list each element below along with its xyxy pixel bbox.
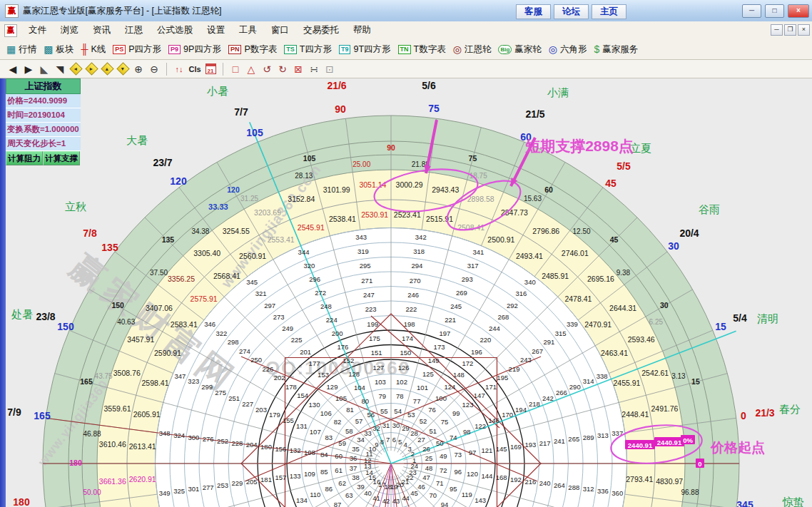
step-down-icon[interactable]: ▾ (116, 62, 130, 76)
toolbar-button[interactable]: PNP数字表 (226, 42, 282, 57)
wheel-number: 340 (524, 278, 536, 286)
rotate-left-tri-icon[interactable]: ◣ (37, 62, 51, 76)
menu-item[interactable]: 窗口 (264, 22, 296, 39)
rotate-right-tri-icon[interactable]: ◥ (53, 62, 67, 76)
toolbar-button-label: 赢家轮 (514, 43, 542, 56)
rotate-ccw-icon[interactable]: ↺ (260, 62, 274, 76)
toolbar-button[interactable]: PSP四方形 (111, 42, 166, 57)
title-link-button[interactable]: 客服 (516, 4, 551, 19)
menu-items: 文件浏览资讯江恩公式选股设置工具窗口交易委托帮助 (21, 22, 378, 39)
arrow-right-icon[interactable]: ▶ (21, 62, 36, 76)
menu-item[interactable]: 江恩 (118, 22, 150, 39)
outer-price-label: 2542.61 (641, 369, 669, 377)
outer-price-label: 3356.25 (168, 275, 195, 283)
wheel-number: 180 (260, 443, 272, 451)
toolbar-button-label: K线 (91, 43, 106, 56)
wheel-number: 216 (524, 478, 536, 486)
outer-price-label: 2695.16 (587, 275, 614, 283)
triangle-tool-icon[interactable]: △ (244, 62, 258, 76)
toolbar-button[interactable]: $赢家服务 (592, 42, 644, 57)
menu-item[interactable]: 公式选股 (150, 22, 200, 39)
cls-button[interactable]: Cls (188, 62, 202, 76)
close-button[interactable]: × (788, 4, 809, 18)
title-link-button[interactable]: 论坛 (554, 4, 589, 19)
minimize-button[interactable]: ─ (742, 4, 761, 18)
toolbar-button[interactable]: ◎江恩轮 (451, 42, 497, 57)
wheel-number: 86 (325, 485, 333, 493)
step-up-icon[interactable]: ▴ (100, 62, 114, 76)
degree-ring-label: 105 (303, 154, 316, 163)
toolbar-button[interactable]: TST四方形 (282, 42, 337, 57)
highlight-chip-value: 2440.91 (657, 439, 682, 446)
wheel-number: 58 (345, 427, 353, 435)
toolbar-button[interactable]: Big赢家轮 (496, 42, 546, 57)
wheel-number: 169 (510, 443, 522, 451)
decimal-ring-label: 12.50 (573, 227, 591, 235)
menu-item[interactable]: 浏览 (54, 22, 86, 39)
step-right-icon[interactable]: ▸ (84, 62, 98, 76)
wheel-number: 156 (275, 445, 286, 453)
mdi-control-button[interactable]: ❐ (784, 24, 796, 36)
calc-resistance-button[interactable]: 计算阻力 (6, 151, 43, 165)
wheel-number: 34 (357, 436, 365, 444)
outer-price-label: 2593.46 (628, 335, 655, 344)
toolbar-button-label: 行情 (19, 43, 36, 56)
wheel-number: 110 (310, 491, 320, 498)
wheel-number: 276 (203, 435, 214, 443)
arrow-left-icon[interactable]: ◀ (6, 62, 20, 76)
step-left-icon[interactable]: ◂ (68, 62, 83, 76)
wheel-number: 178 (285, 383, 297, 391)
menu-item[interactable]: 帮助 (346, 22, 378, 39)
toolbar-button[interactable]: ▩板块 (41, 42, 78, 57)
toolbar-button[interactable]: ▦行情 (4, 42, 41, 57)
wheel-number: 129 (327, 383, 338, 391)
wheel-number: 82 (334, 418, 342, 426)
outer-price-label: 2943.43 (432, 185, 459, 194)
menu-item[interactable]: 工具 (232, 22, 264, 39)
updown-icon[interactable]: ↑↓ (172, 62, 186, 76)
toolbar-button-label: T数字表 (414, 43, 446, 56)
wheel-number: 270 (410, 277, 421, 285)
wheel-number: 59 (338, 439, 346, 447)
menu-item[interactable]: 交易委托 (296, 22, 346, 39)
wheel-number: 243 (520, 356, 532, 364)
wheel-number: 61 (335, 466, 342, 474)
zoom-in-icon[interactable]: ⊕ (131, 62, 146, 76)
inner-price-label: 2598.41 (142, 379, 169, 387)
toolbar-button[interactable]: T99T四方形 (337, 42, 396, 57)
maximize-button[interactable]: □ (765, 4, 784, 18)
toolbar-button[interactable]: ╫K线 (78, 42, 111, 57)
mdi-control-button[interactable]: ─ (771, 24, 783, 36)
wheel-number: 290 (569, 383, 581, 391)
rotate-cw-icon[interactable]: ↻ (275, 62, 290, 76)
decimal-ring-label: 9.38 (616, 269, 631, 277)
wheel-number: 150 (400, 349, 411, 357)
degree-ring-label: 180 (69, 459, 82, 467)
toolbar-button[interactable]: P99P四方形 (166, 42, 226, 57)
decimal-ring-label: 15.63 (524, 195, 542, 203)
wheel-number: 147 (474, 391, 485, 399)
wheel-number: 338 (597, 372, 608, 380)
calendar-icon[interactable]: 21 (203, 62, 218, 76)
title-link-button[interactable]: 主页 (592, 4, 626, 19)
wheel-number: 253 (217, 481, 228, 489)
zoom-out-icon[interactable]: ⊖ (147, 62, 161, 76)
wheel-number: 46 (417, 483, 425, 491)
toolbar-button[interactable]: ◎六角形 (547, 42, 592, 57)
mdi-control-button[interactable]: × (798, 24, 810, 36)
outer-price-label: 3203.69 (254, 208, 281, 217)
box-x-icon[interactable]: ⊠ (291, 62, 305, 76)
highlight-chip-value: 0% (683, 436, 693, 444)
wheel-number: 95 (450, 485, 457, 493)
center-dots-icon[interactable]: ∺ (307, 62, 321, 76)
calc-support-button[interactable]: 计算支撑 (43, 151, 80, 165)
wheel-number: 196 (471, 348, 482, 356)
square-tool-icon[interactable]: □ (228, 62, 243, 76)
menu-item[interactable]: 设置 (200, 22, 232, 39)
wheel-number: 218 (529, 400, 540, 408)
menu-item[interactable]: 文件 (21, 22, 54, 39)
menu-item[interactable]: 资讯 (86, 22, 118, 39)
toolbar-button[interactable]: TNT数字表 (396, 42, 451, 57)
clear-board-icon[interactable]: ⊡ (323, 62, 337, 76)
wheel-number: 40 (364, 489, 372, 497)
